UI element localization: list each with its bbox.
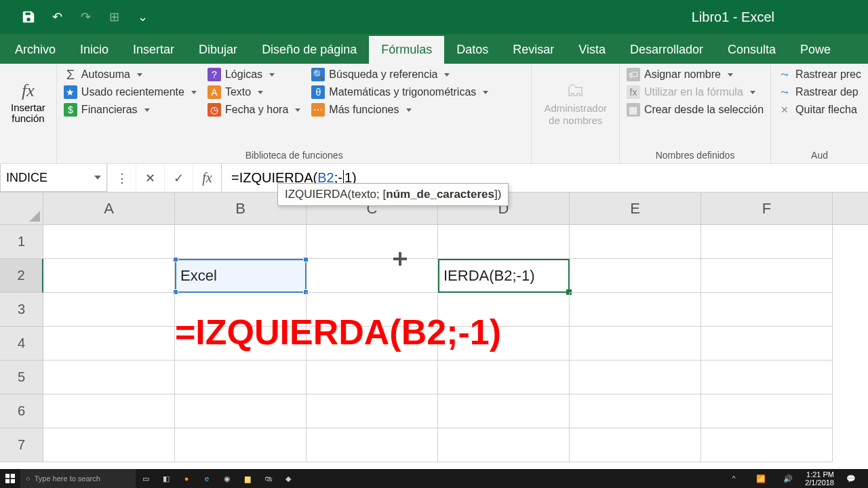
cell-e1[interactable] bbox=[570, 225, 701, 259]
tab-datos[interactable]: Datos bbox=[444, 36, 500, 64]
cell-d7[interactable] bbox=[438, 428, 570, 462]
cell-f2[interactable] bbox=[701, 259, 833, 293]
col-header-e[interactable]: E bbox=[570, 192, 701, 224]
cell-e7[interactable] bbox=[570, 428, 701, 462]
taskbar-dropbox[interactable]: ◆ bbox=[278, 469, 298, 488]
row-header-2[interactable]: 2 bbox=[0, 259, 43, 293]
select-all-corner[interactable] bbox=[0, 192, 43, 225]
taskbar-search[interactable]: ○ Type here to search bbox=[20, 469, 136, 488]
cell-c1[interactable] bbox=[307, 225, 438, 259]
cell-a7[interactable] bbox=[43, 428, 175, 462]
taskbar-clock[interactable]: 1:21 PM 2/1/2018 bbox=[805, 470, 834, 487]
trace-precedents-button[interactable]: ⤳Rastrear prec bbox=[778, 68, 861, 81]
cell-f4[interactable] bbox=[701, 327, 833, 361]
more-button[interactable]: ⋯Más funciones bbox=[311, 103, 488, 117]
task-view-button[interactable]: ▭ bbox=[136, 469, 156, 488]
cell-c5[interactable] bbox=[307, 361, 438, 394]
accept-formula-button[interactable]: ✓ bbox=[164, 164, 193, 192]
row-header-6[interactable]: 6 bbox=[0, 394, 43, 428]
cell-e2[interactable] bbox=[570, 259, 701, 293]
cell-c2[interactable] bbox=[307, 259, 438, 293]
trace-dependents-button[interactable]: ⤳Rastrear dep bbox=[778, 85, 861, 99]
cell-f5[interactable] bbox=[701, 361, 833, 394]
tab-revisar[interactable]: Revisar bbox=[500, 36, 566, 64]
tab-insertar[interactable]: Insertar bbox=[121, 36, 186, 64]
cell-b2[interactable]: Excel bbox=[175, 259, 307, 293]
cell-a4[interactable] bbox=[43, 327, 175, 361]
taskbar-edge[interactable]: e bbox=[197, 469, 217, 488]
cell-a6[interactable] bbox=[43, 394, 175, 428]
cell-f6[interactable] bbox=[701, 394, 833, 428]
name-box-dropdown-icon[interactable] bbox=[94, 176, 101, 180]
tab-archivo[interactable]: Archivo bbox=[3, 36, 68, 64]
tab-diseno[interactable]: Diseño de página bbox=[250, 36, 369, 64]
row-header-5[interactable]: 5 bbox=[0, 361, 43, 394]
lookup-button[interactable]: 🔍Búsqueda y referencia bbox=[311, 68, 488, 81]
use-in-formula-button[interactable]: fxUtilizar en la fórmula bbox=[627, 85, 764, 99]
recent-button[interactable]: ★Usado recientemente bbox=[64, 85, 197, 99]
taskbar-app-1[interactable]: ◧ bbox=[156, 469, 176, 488]
cell-e4[interactable] bbox=[570, 327, 701, 361]
define-name-button[interactable]: 🏷Asignar nombre bbox=[627, 68, 764, 81]
selection-handle-icon[interactable] bbox=[173, 257, 178, 262]
cancel-formula-button[interactable]: ✕ bbox=[136, 164, 164, 192]
financial-button[interactable]: $Financieras bbox=[64, 103, 197, 117]
tab-formulas[interactable]: Fórmulas bbox=[369, 36, 444, 64]
col-header-a[interactable]: A bbox=[43, 192, 175, 224]
row-header-3[interactable]: 3 bbox=[0, 293, 43, 327]
cell-a3[interactable] bbox=[43, 293, 175, 327]
cell-f7[interactable] bbox=[701, 428, 833, 462]
cell-f3[interactable] bbox=[701, 293, 833, 327]
tab-inicio[interactable]: Inicio bbox=[68, 36, 121, 64]
taskbar-store[interactable]: 🛍 bbox=[258, 469, 278, 488]
cell-b7[interactable] bbox=[175, 428, 307, 462]
tab-consulta[interactable]: Consulta bbox=[715, 36, 788, 64]
qat-customize-icon[interactable]: ⌄ bbox=[134, 9, 151, 25]
cell-c7[interactable] bbox=[307, 428, 438, 462]
col-header-f[interactable]: F bbox=[701, 192, 833, 224]
start-button[interactable] bbox=[0, 469, 20, 488]
cell-d5[interactable] bbox=[438, 361, 570, 394]
name-manager-button[interactable]: 🗂 Administrador de nombres bbox=[538, 65, 612, 140]
cell-b6[interactable] bbox=[175, 394, 307, 428]
cell-d1[interactable] bbox=[438, 225, 570, 259]
tray-volume-icon[interactable]: 🔊 bbox=[778, 469, 798, 488]
formula-expand-icon[interactable]: ⋮ bbox=[107, 164, 136, 192]
autosum-button[interactable]: ΣAutosuma bbox=[64, 68, 197, 81]
tray-network-icon[interactable]: 📶 bbox=[751, 469, 771, 488]
cell-a1[interactable] bbox=[43, 225, 175, 259]
row-header-7[interactable]: 7 bbox=[0, 428, 43, 462]
undo-icon[interactable]: ↶ bbox=[49, 9, 65, 25]
cell-c6[interactable] bbox=[307, 394, 438, 428]
cell-e3[interactable] bbox=[570, 293, 701, 327]
logical-button[interactable]: ?Lógicas bbox=[208, 68, 300, 81]
tray-up-icon[interactable]: ^ bbox=[724, 469, 744, 488]
function-tooltip[interactable]: IZQUIERDA(texto; [núm_de_caracteres]) bbox=[277, 183, 509, 206]
cell-e6[interactable] bbox=[570, 394, 701, 428]
text-button[interactable]: ATexto bbox=[208, 85, 300, 99]
insert-function-button[interactable]: fx Insertar función bbox=[7, 65, 50, 140]
row-header-4[interactable]: 4 bbox=[0, 327, 43, 361]
taskbar-chrome[interactable]: ◉ bbox=[217, 469, 237, 488]
tab-desarrollador[interactable]: Desarrollador bbox=[618, 36, 715, 64]
taskbar-explorer[interactable]: ▆ bbox=[237, 469, 258, 488]
tab-power[interactable]: Powe bbox=[788, 36, 843, 64]
name-box[interactable]: INDICE bbox=[0, 164, 107, 192]
cell-d6[interactable] bbox=[438, 394, 570, 428]
redo-icon[interactable]: ↷ bbox=[77, 9, 94, 25]
math-button[interactable]: θMatemáticas y trigonométricas bbox=[311, 85, 488, 99]
cell-f1[interactable] bbox=[701, 225, 833, 259]
cell-b1[interactable] bbox=[175, 225, 307, 259]
tab-dibujar[interactable]: Dibujar bbox=[186, 36, 250, 64]
datetime-button[interactable]: ◷Fecha y hora bbox=[208, 103, 300, 117]
tab-vista[interactable]: Vista bbox=[566, 36, 618, 64]
touch-mode-icon[interactable]: ⊞ bbox=[106, 9, 122, 25]
cell-a2[interactable] bbox=[43, 259, 175, 293]
cell-a5[interactable] bbox=[43, 361, 175, 394]
cell-d2[interactable]: IERDA(B2;-1) bbox=[438, 259, 570, 293]
cell-e5[interactable] bbox=[570, 361, 701, 394]
save-icon[interactable] bbox=[20, 9, 37, 25]
create-from-selection-button[interactable]: ▦Crear desde la selección bbox=[627, 103, 764, 117]
insert-function-icon[interactable]: fx bbox=[193, 164, 221, 192]
taskbar-firefox[interactable]: ● bbox=[176, 469, 197, 488]
